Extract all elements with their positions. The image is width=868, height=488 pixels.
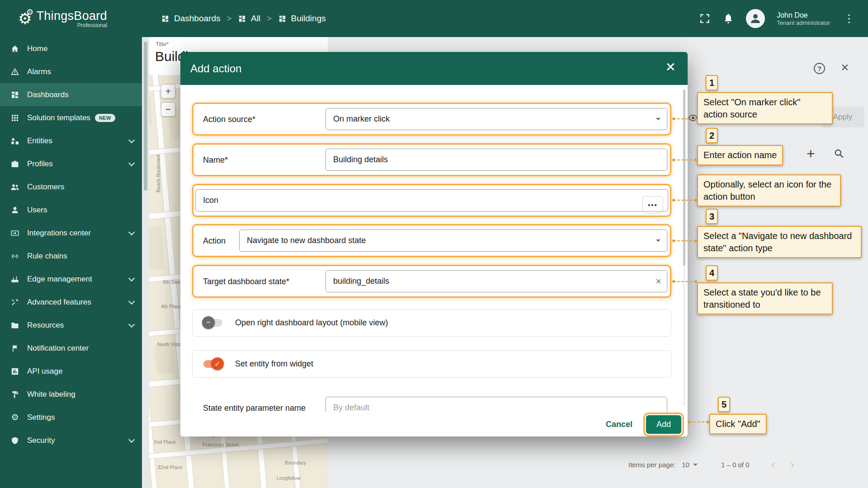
sidebar-item-label: Notification center bbox=[27, 344, 89, 353]
map-zoom-out-button[interactable]: − bbox=[161, 102, 175, 117]
new-badge: NEW bbox=[95, 114, 115, 122]
sidebar-item-label: White labeling bbox=[27, 390, 75, 399]
sidebar-item-integrations-center[interactable]: Integrations center bbox=[0, 221, 142, 244]
breadcrumb-separator: > bbox=[267, 14, 272, 23]
dashboards-icon bbox=[161, 14, 170, 23]
profiles-icon bbox=[10, 159, 20, 169]
sidebar-item-label: Home bbox=[27, 44, 47, 53]
thingsboard-logo[interactable]: ⚙⚙ ThingsBoard Professional bbox=[0, 9, 142, 28]
alarm-icon bbox=[10, 67, 20, 77]
sidebar-item-profiles[interactable]: Profiles bbox=[0, 152, 142, 175]
sidebar-item-home[interactable]: Home bbox=[0, 37, 142, 60]
icon-picker-button[interactable]: ••• bbox=[642, 196, 663, 213]
cancel-button[interactable]: Cancel bbox=[606, 420, 632, 429]
settings-icon: ⚙ bbox=[10, 413, 20, 422]
sidebar-item-api-usage[interactable]: API usage bbox=[0, 360, 142, 383]
dialog-scrollbar[interactable] bbox=[683, 89, 685, 406]
sidebar-item-dashboards[interactable]: Dashboards bbox=[0, 83, 142, 106]
clear-icon[interactable]: × bbox=[656, 276, 661, 287]
dialog-body: Action source* On marker click Name* Bui… bbox=[180, 85, 688, 412]
chevron-down-icon bbox=[128, 160, 135, 166]
callout-step-number: 2 bbox=[706, 128, 718, 143]
pagination-range: 1 – 0 of 0 bbox=[721, 461, 750, 469]
map-street-label: Boundary bbox=[285, 460, 306, 465]
help-icon[interactable]: ? bbox=[814, 63, 825, 74]
chevron-down-icon bbox=[656, 239, 660, 244]
sidebar-item-users[interactable]: Users bbox=[0, 198, 142, 221]
name-input[interactable]: Building details bbox=[326, 149, 667, 171]
sidebar-item-label: Profiles bbox=[27, 160, 53, 169]
user-role: Tenant administrator bbox=[777, 19, 830, 26]
callout-action-type: 3 Select a "Navigate to new dashboard st… bbox=[697, 226, 862, 258]
sidebar-item-alarms[interactable]: Alarms bbox=[0, 60, 142, 83]
dashboards-icon bbox=[238, 14, 246, 23]
sidebar-item-label: Alarms bbox=[27, 67, 51, 76]
kebab-menu-icon[interactable]: ⋮ bbox=[842, 13, 856, 24]
search-icon[interactable] bbox=[834, 148, 844, 159]
sidebar-item-label: Solution templates bbox=[27, 113, 90, 122]
chevron-down-icon bbox=[128, 229, 135, 235]
dialog-close-icon[interactable]: ✕ bbox=[665, 61, 676, 74]
previous-page-icon[interactable]: ‹ bbox=[771, 459, 775, 470]
sidebar-scrollbar[interactable] bbox=[142, 37, 149, 488]
add-button[interactable]: Add bbox=[646, 415, 681, 434]
map-zoom-in-button[interactable]: + bbox=[161, 84, 175, 99]
chevron-down-icon bbox=[128, 321, 135, 327]
callout-add: 5 Click "Add" bbox=[709, 414, 767, 434]
next-page-icon[interactable]: › bbox=[790, 459, 794, 470]
callout-icon: Optionally, select an icon for the actio… bbox=[697, 174, 841, 206]
breadcrumb: Dashboards > All > Buildings bbox=[161, 14, 326, 23]
breadcrumb-buildings[interactable]: Buildings bbox=[278, 14, 326, 23]
action-row-highlight: Action Navigate to new dashboard state bbox=[192, 224, 671, 257]
person-icon bbox=[749, 12, 762, 25]
sidebar-item-security[interactable]: Security bbox=[0, 429, 142, 452]
icon-field[interactable]: Icon ••• bbox=[195, 189, 668, 211]
sidebar-item-label: Integrations center bbox=[27, 229, 91, 238]
page-size-select[interactable]: 10 bbox=[682, 461, 698, 469]
name-label: Name* bbox=[203, 155, 228, 164]
fullscreen-icon[interactable] bbox=[699, 13, 711, 24]
sidebar-item-white-labeling[interactable]: White labeling bbox=[0, 383, 142, 406]
sidebar-item-entities[interactable]: Entities bbox=[0, 129, 142, 152]
api-usage-icon bbox=[10, 366, 20, 376]
scrollbar-thumb[interactable] bbox=[683, 89, 685, 266]
connector-line bbox=[673, 200, 696, 201]
callout-step-number: 4 bbox=[706, 265, 718, 281]
users-icon bbox=[10, 205, 20, 215]
set-entity-toggle[interactable]: ✓ bbox=[203, 360, 222, 368]
close-icon[interactable]: × bbox=[841, 60, 849, 75]
edge-icon bbox=[10, 274, 20, 284]
state-param-input[interactable]: By default bbox=[326, 397, 667, 412]
callout-action-source: 1 Select "On marker click" action source bbox=[697, 92, 833, 124]
breadcrumb-dashboards[interactable]: Dashboards bbox=[161, 14, 220, 23]
chevron-down-icon bbox=[656, 118, 660, 122]
breadcrumb-all[interactable]: All bbox=[238, 14, 260, 23]
map-street-label: Francisco Street bbox=[203, 442, 239, 447]
target-state-row-highlight: Target dashboard state* building_details… bbox=[192, 265, 671, 298]
mobile-layout-toggle[interactable]: − bbox=[203, 319, 222, 327]
sidebar-item-label: Entities bbox=[27, 136, 52, 145]
sidebar-item-edge-management[interactable]: Edge management bbox=[0, 267, 142, 291]
sidebar-item-label: Resources bbox=[27, 321, 64, 330]
sidebar-item-notification-center[interactable]: Notification center bbox=[0, 337, 142, 360]
avatar[interactable] bbox=[746, 9, 765, 28]
sidebar-item-settings[interactable]: ⚙Settings bbox=[0, 406, 142, 429]
notifications-bell-icon[interactable] bbox=[722, 13, 734, 24]
action-select[interactable]: Navigate to new dashboard state bbox=[239, 230, 667, 252]
sidebar-item-label: API usage bbox=[27, 367, 62, 376]
sidebar-item-customers[interactable]: Customers bbox=[0, 175, 142, 198]
state-param-row: State entity parameter name By default bbox=[192, 391, 671, 412]
sidebar-item-advanced-features[interactable]: Advanced features bbox=[0, 291, 142, 314]
action-source-row-highlight: Action source* On marker click bbox=[192, 103, 671, 136]
sidebar-item-resources[interactable]: Resources bbox=[0, 314, 142, 337]
gears-logo-icon: ⚙⚙ bbox=[18, 11, 32, 26]
set-entity-label: Set entity from widget bbox=[235, 359, 313, 369]
scrollbar-thumb[interactable] bbox=[144, 42, 147, 191]
sidebar-item-rule-chains[interactable]: Rule chains bbox=[0, 244, 142, 267]
action-source-select[interactable]: On marker click bbox=[326, 108, 667, 130]
map-street-label: Longfellow bbox=[277, 475, 301, 481]
sidebar-item-solution-templates[interactable]: Solution templatesNEW bbox=[0, 106, 142, 129]
brand-name: ThingsBoard bbox=[36, 9, 107, 23]
add-plus-icon[interactable]: + bbox=[807, 145, 815, 162]
target-state-input[interactable]: building_details × bbox=[326, 270, 667, 292]
